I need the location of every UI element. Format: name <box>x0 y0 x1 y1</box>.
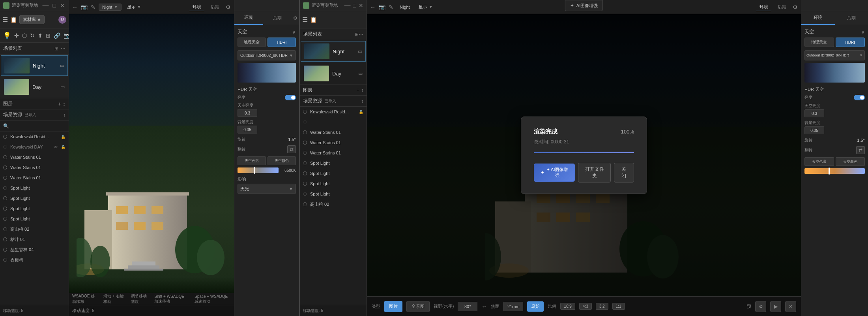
ai-tab-label[interactable]: AI图像增强 <box>576 3 598 9</box>
render-close-btn[interactable]: ✕ <box>785 301 796 312</box>
list-item[interactable]: Spot Light <box>0 203 69 214</box>
second-flip-btn[interactable]: ⇄ <box>856 146 865 154</box>
second-color-slider[interactable] <box>804 168 865 174</box>
second-assets-icon[interactable]: ↕ <box>361 98 363 104</box>
second-tab-env-r[interactable]: 环境 <box>801 11 835 25</box>
second-scene-more-icon[interactable]: ⋯ <box>359 32 363 37</box>
second-edit-icon[interactable]: ✎ <box>389 4 393 10</box>
list-item[interactable]: Spot Light <box>0 193 69 203</box>
ai-enhance-btn[interactable]: ✦ ✦ AI图像增强 <box>534 164 575 182</box>
second-list-item-8[interactable]: Spot Light <box>300 189 367 199</box>
brightness-toggle[interactable] <box>285 95 296 100</box>
second-settings-icon[interactable]: ⚙ <box>793 4 798 10</box>
scene-expand-icon[interactable]: ⊞ <box>54 46 58 51</box>
second-menu-icon[interactable]: ☰ <box>302 16 308 23</box>
sky-color-temp-btn[interactable]: 天空色温 <box>238 156 266 165</box>
second-bg-br-input[interactable]: 0.05 <box>804 126 824 134</box>
settings-gear-icon[interactable]: ⚙ <box>292 15 299 21</box>
bg-brightness-input[interactable]: 0.05 <box>238 126 257 134</box>
list-item[interactable]: Kowalewski Resid... 🔒 <box>0 132 69 142</box>
layers-add-icon[interactable]: + <box>58 101 61 107</box>
ratio-3-2-btn[interactable]: 3:2 <box>596 303 608 310</box>
vp-tab-post[interactable]: 后期 <box>208 3 223 11</box>
second-display-btn[interactable]: 显示 ▼ <box>416 3 435 11</box>
second-list-item-4[interactable]: Water Stains 01 <box>300 148 367 158</box>
menu-icon[interactable]: ☰ <box>2 16 8 23</box>
cursor-icon[interactable]: ✤ <box>13 32 20 40</box>
list-item[interactable]: 香樟树 <box>0 255 69 265</box>
scene-more-icon[interactable]: ⋯ <box>61 46 65 51</box>
influence-select[interactable]: 天光 ▼ <box>238 184 296 194</box>
maximize-btn[interactable]: □ <box>52 2 57 9</box>
second-list-item-2[interactable]: Water Stains 01 <box>300 127 367 137</box>
asset-btn[interactable]: 素材库 ★ <box>19 15 45 24</box>
hdri-btn[interactable]: HDRI <box>268 38 296 47</box>
hdri-select[interactable]: OutdoorHDRI002_8K-HDR ▼ <box>238 50 296 60</box>
second-sky-color-btn[interactable]: 天空颜色 <box>836 157 865 166</box>
second-back-icon[interactable]: ← <box>370 4 376 10</box>
vp-edit-icon[interactable]: ✎ <box>91 4 95 10</box>
pentagon-icon[interactable]: ⬡ <box>21 32 28 40</box>
list-item[interactable]: 高山榕 02 <box>0 224 69 234</box>
second-tab-post[interactable]: 后期 <box>774 3 789 11</box>
second-minimize-btn[interactable]: — <box>344 2 351 9</box>
list-item[interactable]: 丛生香樟 04 <box>0 245 69 255</box>
photo-icon[interactable]: 📷 <box>63 32 69 40</box>
second-tab-post-r[interactable]: 后期 <box>835 11 868 25</box>
second-sky-color-temp-btn[interactable]: 天空色温 <box>804 157 834 166</box>
second-geo-sky-btn[interactable]: 地理天空 <box>804 38 834 47</box>
second-close-btn[interactable]: ✕ <box>359 2 363 9</box>
second-maximize-btn[interactable]: □ <box>353 2 356 9</box>
assets-collapse-icon[interactable]: ↕ <box>63 112 65 118</box>
fov-input[interactable]: 80° <box>458 302 477 311</box>
sky-color-btn[interactable]: 天空颜色 <box>268 156 296 165</box>
focal-input[interactable]: 21mm <box>503 302 523 311</box>
second-scene-day[interactable]: Day ▭ <box>301 63 366 84</box>
list-item[interactable]: 枯叶 01 <box>0 234 69 245</box>
second-list-item-7[interactable]: Spot Light <box>300 179 367 189</box>
list-item[interactable]: Spot Light <box>0 214 69 224</box>
tab-post[interactable]: 后期 <box>263 11 292 25</box>
sky-brightness-input[interactable]: 0.3 <box>238 109 257 117</box>
second-sky-chevron-icon[interactable]: ∧ <box>861 29 865 35</box>
second-scene-night[interactable]: Night ▭ <box>301 41 366 62</box>
scene-item-day[interactable]: Day ▭ <box>1 77 68 97</box>
ratio-16-9-btn[interactable]: 16:9 <box>560 303 575 310</box>
panorama-type-btn[interactable]: 全景图 <box>406 301 430 312</box>
list-item[interactable]: Water Stains 01 <box>0 162 69 173</box>
second-tab-env[interactable]: 环境 <box>756 3 771 11</box>
list-item[interactable]: Water Stains 01 <box>0 152 69 162</box>
close-dialog-btn[interactable]: 关闭 <box>614 163 634 182</box>
second-scene-expand-icon[interactable]: ⊞ <box>355 32 359 37</box>
second-list-item-5[interactable]: Spot Light <box>300 158 367 168</box>
vp-tab-env[interactable]: 环境 <box>189 3 204 11</box>
bulb-icon[interactable]: 💡 <box>2 31 12 40</box>
link-icon[interactable]: 🔗 <box>53 32 61 40</box>
scene-item-night[interactable]: Night ▭ <box>1 55 68 76</box>
close-btn[interactable]: ✕ <box>59 2 65 9</box>
second-list-item-9[interactable]: 高山榕 02 <box>300 199 367 209</box>
second-camera-icon[interactable]: 📷 <box>379 4 385 10</box>
scene-dropdown[interactable]: Night ▼ <box>99 4 122 11</box>
second-list-item-1[interactable] <box>300 117 367 127</box>
second-sky-br-input[interactable]: 0.3 <box>804 109 824 117</box>
second-hdri-btn[interactable]: HDRI <box>836 38 865 47</box>
vp-camera-icon[interactable]: 📷 <box>81 4 88 10</box>
render-action-btn[interactable]: ▶ <box>770 301 781 312</box>
search-input[interactable] <box>11 124 66 128</box>
second-layers-add-icon[interactable]: + <box>357 87 359 93</box>
list-item[interactable]: Water Stains 01 <box>0 173 69 183</box>
photo-type-btn[interactable]: 图片 <box>384 301 402 312</box>
layers-more-icon[interactable]: ↕ <box>63 101 65 107</box>
geo-sky-btn[interactable]: 地理天空 <box>238 38 266 47</box>
settings-action-btn[interactable]: ⚙ <box>755 301 766 312</box>
second-list-item-0[interactable]: Kowalewski Resid... 🔒 <box>300 107 367 117</box>
second-hdri-select[interactable]: OutdoorHDRI002_8K-HDR ▼ <box>804 50 865 60</box>
tab-env[interactable]: 环境 <box>234 11 263 25</box>
second-layers-more-icon[interactable]: ↕ <box>361 87 363 93</box>
color-gradient-slider[interactable] <box>238 167 279 173</box>
open-folder-btn[interactable]: 打开文件夹 <box>578 163 611 182</box>
list-item[interactable]: Kowalewski DAY 👁 🔒 <box>0 142 69 152</box>
ratio-1-1-btn[interactable]: 1:1 <box>612 303 625 310</box>
flip-icon-btn[interactable]: ⇄ <box>287 145 296 153</box>
